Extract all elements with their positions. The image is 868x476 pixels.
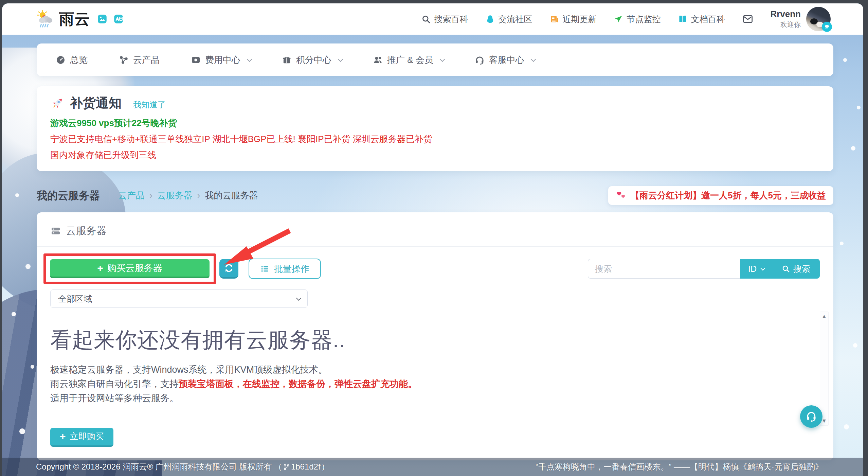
chevron-down-icon <box>760 266 765 271</box>
rocket-icon <box>50 96 65 110</box>
nav-updates[interactable]: 近期更新 <box>550 14 596 25</box>
nav-label: 文档百科 <box>691 14 725 25</box>
breadcrumb-link-cloud-servers[interactable]: 云服务器 <box>157 190 193 201</box>
notice-alert-line: 国内对象存储已升级到三线 <box>50 149 820 161</box>
gallery-icon[interactable] <box>96 13 108 25</box>
toolbar: + 购买云服务器 <box>50 253 820 284</box>
customer-support-fab[interactable] <box>800 405 822 428</box>
refresh-icon <box>224 263 234 273</box>
weather-logo-icon <box>36 10 54 28</box>
panel-scrollbar[interactable]: ▲ ▼ <box>820 312 829 426</box>
notice-alert-line: 宁波已支持电信+移动+联通三单线独立IP 湖北十堰BGP已上线! 襄阳IP已补货… <box>50 133 820 145</box>
main-menu-bar: 总览 云产品 费用中心 积分中心 <box>37 43 833 76</box>
divider <box>109 190 109 201</box>
buy-now-button[interactable]: + 立即购买 <box>50 428 113 447</box>
divider <box>37 246 833 247</box>
breadcrumb-separator: › <box>149 190 152 201</box>
menu-item-billing[interactable]: 费用中心 <box>191 54 251 66</box>
breadcrumb-separator: › <box>197 190 200 201</box>
nav-label: 近期更新 <box>562 14 596 25</box>
search-input[interactable] <box>588 259 740 279</box>
page-title: 我的云服务器 <box>37 189 100 203</box>
server-icon <box>50 226 61 236</box>
footer-quote: “千点寒梅晓角中，一番春信画楼东。” ——【明代】杨慎《鹧鸪天·元宵后独酌》 <box>536 461 823 472</box>
avatar[interactable] <box>806 7 831 31</box>
annotation-highlight-box: + 购买云服务器 <box>43 253 216 284</box>
breadcrumb-current: 我的云服务器 <box>205 190 258 201</box>
plus-icon: + <box>60 431 66 442</box>
mail-icon <box>742 14 753 24</box>
greeting: 欢迎你 <box>770 20 801 29</box>
git-branch-icon <box>283 463 290 471</box>
billing-icon <box>191 55 201 65</box>
logo[interactable]: 雨云 <box>36 9 90 29</box>
logo-text: 雨云 <box>59 9 90 29</box>
search-group: ID 搜索 <box>588 259 820 279</box>
nav-label: 交流社区 <box>498 14 532 25</box>
penguin-icon <box>486 15 495 24</box>
nav-docs[interactable]: 文档百科 <box>678 14 725 25</box>
region-select[interactable]: 全部区域 <box>50 289 308 308</box>
empty-state-line3: 适用于开设网站等多种云服务。 <box>50 391 820 406</box>
menu-item-affiliate[interactable]: 推广 & 会员 <box>373 54 444 66</box>
hearts-icon <box>616 190 627 201</box>
plus-icon: + <box>97 263 103 273</box>
chevron-down-icon <box>531 56 536 62</box>
commit-hash: 1b61d2f <box>291 462 321 472</box>
cloud-products-icon <box>119 55 129 65</box>
menu-item-cloud-products[interactable]: 云产品 <box>119 54 160 66</box>
search-icon <box>782 265 790 273</box>
nav-mail[interactable] <box>742 14 753 24</box>
username: Rrvenn <box>770 9 801 19</box>
gift-icon <box>282 55 292 65</box>
buy-cloud-server-button[interactable]: + 购买云服务器 <box>50 259 210 278</box>
dividend-promo-banner[interactable]: 【雨云分红计划】邀一人5折，每人5元，三成收益 <box>608 186 833 205</box>
dashboard-icon <box>56 55 66 65</box>
headset-icon <box>805 410 818 423</box>
cloud-server-panel: 云服务器 + 购买云服务器 <box>37 212 833 460</box>
divider <box>50 416 356 416</box>
id-filter-dropdown[interactable]: ID <box>740 259 772 279</box>
nav-search-wiki[interactable]: 搜索百科 <box>421 14 468 25</box>
panel-title: 云服务器 <box>50 224 820 238</box>
refresh-button[interactable] <box>219 259 238 279</box>
nav-label: 节点监控 <box>627 14 661 25</box>
users-icon <box>373 55 383 65</box>
menu-item-points[interactable]: 积分中心 <box>282 54 342 66</box>
search-icon <box>421 15 431 24</box>
list-icon <box>260 264 269 274</box>
nav-node-monitor[interactable]: 节点监控 <box>614 14 661 25</box>
translate-icon[interactable] <box>113 13 124 25</box>
nav-label: 搜索百科 <box>434 14 468 25</box>
scroll-up-icon[interactable]: ▲ <box>821 314 827 319</box>
notice-highlight-line: 游戏云9950 vps预计22号晚补货 <box>50 117 820 129</box>
batch-operations-button[interactable]: 批量操作 <box>249 259 321 279</box>
empty-state: 看起来你还没有拥有云服务器.. 极速稳定云服务器，支持Windows系统，采用K… <box>50 325 820 447</box>
promo-text: 【雨云分红计划】邀一人5折，每人5元，三成收益 <box>631 190 826 201</box>
nav-community[interactable]: 交流社区 <box>486 14 532 25</box>
restock-notice-card: 补货通知 我知道了 游戏云9950 vps预计22号晚补货 宁波已支持电信+移动… <box>37 86 833 171</box>
header-nav: 搜索百科 交流社区 近期更新 <box>421 14 753 25</box>
user-menu[interactable]: Rrvenn 欢迎你 <box>770 7 831 31</box>
menu-item-overview[interactable]: 总览 <box>56 54 88 66</box>
menu-item-support[interactable]: 客服中心 <box>475 54 535 66</box>
notice-dismiss-link[interactable]: 我知道了 <box>133 99 166 110</box>
chevron-down-icon <box>338 56 343 62</box>
feature-highlight-text: 预装宝塔面板，在线监控，数据备份，弹性云盘扩充功能。 <box>179 379 417 389</box>
rain-badge-icon <box>822 22 832 32</box>
chevron-down-icon <box>440 56 445 62</box>
empty-state-heading: 看起来你还没有拥有云服务器.. <box>50 325 820 355</box>
empty-state-line2: 雨云独家自研自动化引擎，支持预装宝塔面板，在线监控，数据备份，弹性云盘扩充功能。 <box>50 377 820 391</box>
browser-page: 雨云 搜索百科 <box>2 3 863 476</box>
chevron-down-icon <box>247 56 252 62</box>
top-header: 雨云 搜索百科 <box>2 3 863 35</box>
breadcrumb-link-cloud-products[interactable]: 云产品 <box>118 190 145 201</box>
news-icon <box>550 15 559 24</box>
scroll-down-icon[interactable]: ▼ <box>821 418 827 424</box>
footer: Copyright © 2018-2026 润雨云® 广州润雨科技有限公司 版权… <box>2 458 863 476</box>
empty-state-line1: 极速稳定云服务器，支持Windows系统，采用KVM顶级虚拟化技术。 <box>50 363 820 377</box>
notice-title: 补货通知 <box>70 94 122 112</box>
search-button[interactable]: 搜索 <box>772 259 820 279</box>
copyright: Copyright © 2018-2026 润雨云® 广州润雨科技有限公司 版权… <box>36 461 329 472</box>
headset-icon <box>475 55 485 65</box>
